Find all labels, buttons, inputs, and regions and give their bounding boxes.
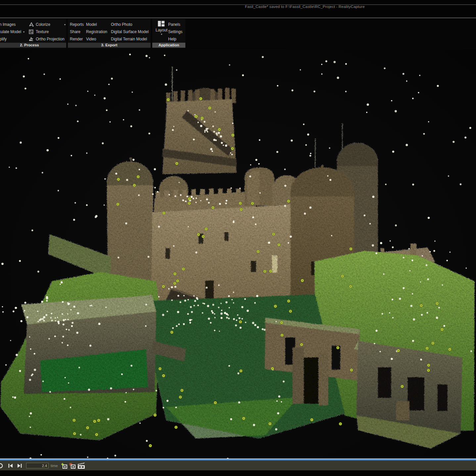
digital-terrain-model-label: Digital Terrain Model [111, 37, 147, 41]
chevron-down-icon[interactable]: ▾ [23, 30, 24, 33]
align-images-button[interactable]: Align Images [0, 21, 24, 28]
texture-label: Texture [36, 29, 49, 34]
toolbar-group-application: Layout ▾ Panels Settings Help Applicatio… [152, 19, 185, 48]
clapperboard-icon[interactable] [77, 462, 85, 469]
help-label: Help [168, 37, 176, 41]
bottom-filler [0, 470, 476, 476]
add-keyframe-icon[interactable] [61, 462, 68, 469]
render-label: Render [70, 37, 83, 41]
point-cloud-scene [0, 49, 476, 458]
panels-label: Panels [168, 22, 180, 27]
ortho-photo-label: Ortho Photo [111, 22, 132, 27]
help-button[interactable]: Help [168, 35, 182, 43]
model-label: Model [86, 22, 97, 27]
align-images-label: Align Images [0, 22, 16, 27]
model-button[interactable]: Model [86, 21, 107, 28]
calculate-model-label: Calculate Model [0, 29, 21, 34]
video-button[interactable]: Video [86, 35, 107, 43]
digital-terrain-model-button[interactable]: Digital Terrain Model [111, 35, 149, 43]
texture-button[interactable]: Texture [28, 28, 66, 35]
time-label: time [51, 464, 58, 468]
ribbon-toolbar: Align Images Calculate Model ▾ Simplify … [0, 18, 476, 50]
panels-button[interactable]: Panels [168, 21, 182, 28]
title-bar: Fasil_Castle* saved to F:\Fassil_Castle\… [0, 0, 476, 18]
colorize-icon [28, 22, 34, 27]
window-title: Fasil_Castle* saved to F:\Fassil_Castle\… [245, 5, 365, 9]
toolbar-group-label-export: 3. Export [68, 43, 151, 48]
simplify-label: Simplify [0, 37, 7, 41]
ortho-projection-icon [28, 36, 34, 42]
skip-back-icon[interactable] [7, 462, 14, 469]
toolbar-group-label-application: Application [152, 43, 185, 48]
animation-bottom-bar: time [0, 461, 476, 470]
window-top-edge [0, 4, 476, 5]
settings-button[interactable]: Settings [168, 28, 182, 35]
reports-label: Reports [70, 22, 84, 27]
remove-keyframe-icon[interactable] [69, 462, 76, 469]
ortho-projection-label: Ortho Projection [36, 37, 65, 41]
layout-button[interactable]: Layout ▾ [154, 21, 169, 42]
skip-forward-icon[interactable] [16, 462, 23, 469]
time-input[interactable] [26, 463, 49, 468]
video-label: Video [86, 37, 96, 41]
registration-button[interactable]: Registration [86, 28, 107, 35]
render-button[interactable]: Render [70, 35, 84, 43]
calculate-model-button[interactable]: Calculate Model ▾ [0, 28, 24, 35]
timeline-accent-line [0, 458, 476, 461]
share-button[interactable]: Share [70, 28, 84, 35]
chevron-down-icon: ▾ [161, 33, 162, 36]
reports-button[interactable]: Reports [70, 21, 84, 28]
loop-icon[interactable] [0, 462, 5, 469]
toolbar-group-label-process: 2. Process [0, 43, 66, 48]
chevron-down-icon[interactable]: ▾ [64, 23, 66, 26]
settings-label: Settings [168, 29, 182, 34]
toolbar-group-export: Reports Share Render Model Registration … [68, 19, 151, 48]
digital-surface-model-button[interactable]: Digital Surface Model [111, 28, 149, 35]
toolbar-group-process: Align Images Calculate Model ▾ Simplify … [0, 19, 66, 48]
simplify-button[interactable]: Simplify [0, 35, 24, 43]
colorize-button[interactable]: Colorize ▾ [28, 21, 66, 28]
layout-label: Layout [156, 28, 167, 32]
ortho-projection-button[interactable]: Ortho Projection [28, 35, 66, 43]
digital-surface-model-label: Digital Surface Model [111, 29, 149, 34]
texture-icon [28, 29, 34, 34]
share-label: Share [70, 29, 80, 34]
app-window: Fasil_Castle* saved to F:\Fassil_Castle\… [0, 0, 476, 476]
viewport-3d[interactable] [0, 49, 476, 458]
layout-grid-icon [158, 21, 166, 28]
ortho-photo-button[interactable]: Ortho Photo [111, 21, 149, 28]
colorize-label: Colorize [36, 22, 50, 27]
registration-label: Registration [86, 29, 107, 34]
